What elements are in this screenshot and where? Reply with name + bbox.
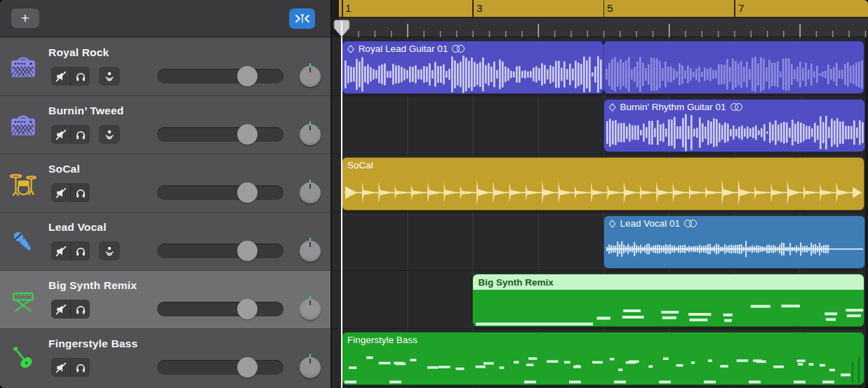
volume-slider[interactable] xyxy=(157,360,283,375)
mute-solo-group xyxy=(51,183,90,202)
drummer-waveform xyxy=(343,170,864,209)
region-socal[interactable]: SoCal xyxy=(342,157,864,210)
mute-button[interactable] xyxy=(51,358,70,377)
input-monitoring-icon xyxy=(103,245,116,257)
input-monitoring-button[interactable] xyxy=(99,125,120,144)
mute-solo-group xyxy=(51,241,90,260)
volume-slider-knob[interactable] xyxy=(237,299,258,319)
region-lead-vocal-01[interactable]: ◇ Lead Vocal 01 xyxy=(603,215,865,269)
bar-number: 3 xyxy=(476,2,483,15)
add-track-button[interactable]: + xyxy=(11,8,39,28)
mute-speaker-icon xyxy=(55,303,67,316)
catch-playhead-button[interactable] xyxy=(289,8,315,29)
solo-button[interactable] xyxy=(71,241,90,260)
solo-button[interactable] xyxy=(71,183,90,202)
mute-button[interactable] xyxy=(51,67,70,86)
microphone-icon xyxy=(8,227,38,257)
solo-button[interactable] xyxy=(71,300,90,319)
track-row-royal-rock[interactable]: Royal Rock xyxy=(0,37,330,95)
track-name: Burnin’ Tweed xyxy=(48,105,123,117)
region-royal-lead-guitar-01[interactable]: ◇ Royal Lead Guitar 01 xyxy=(342,41,864,94)
region-header: ◇ Royal Lead Guitar 01 xyxy=(347,44,465,54)
volume-slider[interactable] xyxy=(157,127,283,142)
region-label: Burnin' Rhythm Guitar 01 xyxy=(620,102,726,112)
ruler-tick-area xyxy=(332,18,868,37)
mute-button[interactable] xyxy=(51,241,70,260)
track-row-big-synth-remix[interactable]: Big Synth Remix xyxy=(0,270,330,328)
loop-boundary xyxy=(603,41,604,93)
playhead-handle[interactable] xyxy=(333,19,351,38)
input-monitoring-button[interactable] xyxy=(99,241,120,260)
mute-solo-group xyxy=(51,358,90,377)
tracks-timeline: 1 3 5 7 ◇ xyxy=(332,0,868,388)
region-label: Lead Vocal 01 xyxy=(620,218,680,229)
track-header-panel: + R xyxy=(0,0,332,388)
region-header: ◇ Burnin' Rhythm Guitar 01 xyxy=(609,102,742,112)
garageband-window: + R xyxy=(0,0,868,388)
mute-solo-group xyxy=(51,67,90,86)
region-header: Fingerstyle Bass xyxy=(347,335,418,345)
pan-knob[interactable] xyxy=(300,299,321,320)
beat-ticks xyxy=(332,18,868,37)
region-fingerstyle-bass[interactable]: Fingerstyle Bass xyxy=(342,332,864,385)
pan-knob[interactable] xyxy=(300,66,321,87)
input-monitoring-button[interactable] xyxy=(99,67,120,86)
solo-headphones-icon xyxy=(74,128,87,141)
region-header: ◇ Lead Vocal 01 xyxy=(609,218,697,229)
track-name: Fingerstyle Bass xyxy=(48,337,138,350)
pan-knob[interactable] xyxy=(300,241,321,262)
volume-slider[interactable] xyxy=(157,243,283,258)
drums-icon xyxy=(8,169,38,199)
track-row-burnin-tweed[interactable]: Burnin’ Tweed xyxy=(0,95,330,154)
solo-headphones-icon xyxy=(74,70,87,83)
solo-headphones-icon xyxy=(74,303,87,316)
mute-button[interactable] xyxy=(51,125,70,144)
audio-waveform xyxy=(605,114,864,152)
track-row-fingerstyle-bass[interactable]: Fingerstyle Bass xyxy=(0,328,330,387)
stereo-icon xyxy=(684,220,697,227)
volume-slider[interactable] xyxy=(157,302,283,316)
region-label: SoCal xyxy=(347,160,373,170)
track-row-lead-vocal[interactable]: Lead Vocal xyxy=(0,212,330,270)
track-name: Royal Rock xyxy=(48,46,109,59)
mute-solo-group xyxy=(51,125,90,144)
region-burnin-rhythm-guitar-01[interactable]: ◇ Burnin' Rhythm Guitar 01 xyxy=(603,99,865,152)
solo-button[interactable] xyxy=(71,67,90,86)
mute-button[interactable] xyxy=(51,183,70,202)
track-row-socal[interactable]: SoCal xyxy=(0,154,330,212)
mute-speaker-icon xyxy=(55,245,67,257)
volume-slider-knob[interactable] xyxy=(237,357,258,377)
solo-button[interactable] xyxy=(71,358,90,377)
pan-knob[interactable] xyxy=(300,124,321,145)
loop-icon: ◇ xyxy=(347,42,354,55)
volume-slider[interactable] xyxy=(157,69,283,83)
playhead[interactable] xyxy=(341,24,342,388)
loop-icon: ◇ xyxy=(609,100,616,113)
amp-icon xyxy=(8,53,38,82)
region-header: SoCal xyxy=(347,160,373,170)
input-monitoring-icon xyxy=(103,128,116,141)
cycle-region-band[interactable]: 1 3 5 7 xyxy=(339,0,868,18)
audio-waveform xyxy=(343,55,603,93)
track-lanes: ◇ Royal Lead Guitar 01 ◇ Burnin' Rhythm … xyxy=(332,38,868,388)
volume-slider-knob[interactable] xyxy=(237,124,258,145)
mute-speaker-icon xyxy=(55,70,67,83)
solo-headphones-icon xyxy=(74,187,87,199)
volume-slider-knob[interactable] xyxy=(237,182,258,203)
pan-knob[interactable] xyxy=(300,182,321,203)
solo-button[interactable] xyxy=(71,125,90,144)
loop-icon: ◇ xyxy=(609,217,616,229)
solo-headphones-icon xyxy=(74,245,87,257)
region-big-synth-remix[interactable]: Big Synth Remix xyxy=(472,274,864,327)
bar-line xyxy=(342,0,343,18)
timeline-ruler[interactable]: 1 3 5 7 xyxy=(332,0,868,37)
mute-speaker-icon xyxy=(55,187,67,199)
mute-button[interactable] xyxy=(51,300,70,319)
volume-slider-knob[interactable] xyxy=(237,241,258,261)
volume-slider[interactable] xyxy=(157,185,283,200)
pan-knob[interactable] xyxy=(300,357,321,378)
catch-playhead-icon xyxy=(294,12,311,25)
amp-icon xyxy=(8,111,38,140)
volume-slider-knob[interactable] xyxy=(237,66,258,86)
bar-number: 7 xyxy=(738,2,745,15)
